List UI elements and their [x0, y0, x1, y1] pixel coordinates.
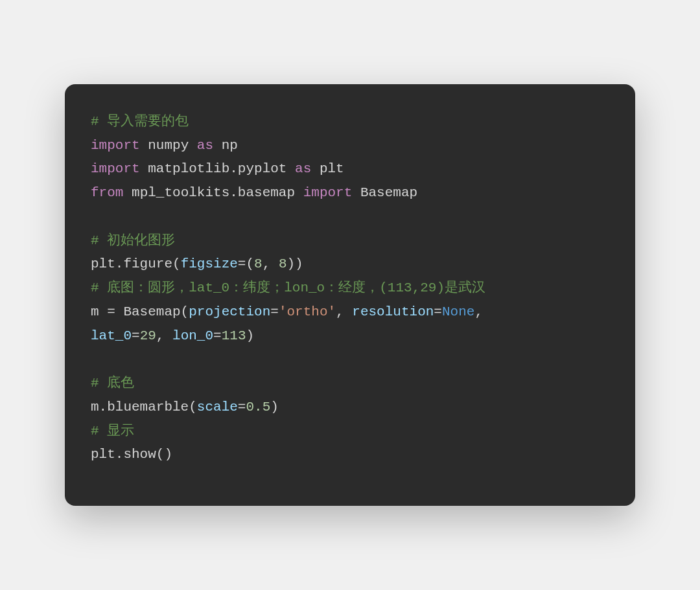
code-token: matplotlib.pyplot [140, 161, 295, 176]
code-token: figsize [181, 256, 238, 271]
code-token: = [434, 304, 442, 319]
code-token: )) [287, 256, 303, 271]
code-token: plt [311, 161, 344, 176]
code-line: import numpy as np [91, 134, 609, 158]
code-token: # 底图：圆形，lat_0：纬度；lon_o：经度，(113,29)是武汉 [91, 280, 485, 295]
code-token: from [91, 185, 123, 200]
code-line: # 初始化图形 [91, 229, 609, 253]
code-token: 29 [140, 328, 156, 343]
code-token: mpl_toolkits.basemap [123, 185, 303, 200]
code-line [91, 205, 609, 229]
code-token: =( [238, 256, 254, 271]
code-token: plt.show() [91, 447, 172, 462]
code-token: 113 [222, 328, 246, 343]
code-token: = [238, 400, 246, 414]
code-token: import [91, 138, 140, 153]
code-token: , [262, 256, 279, 271]
code-token: lon_0 [172, 328, 213, 343]
code-line: lat_0=29, lon_0=113) [91, 324, 609, 348]
code-line: # 底图：圆形，lat_0：纬度；lon_o：经度，(113,29)是武汉 [91, 277, 609, 301]
code-token: 8 [279, 256, 287, 271]
code-token: = [270, 304, 279, 319]
code-line: plt.show() [91, 443, 609, 467]
code-token: scale [197, 400, 238, 414]
code-token: plt.figure( [91, 256, 181, 271]
code-line: import matplotlib.pyplot as plt [91, 157, 609, 181]
code-line: m = Basemap(projection='ortho', resoluti… [91, 301, 609, 324]
code-token: , [156, 328, 172, 343]
code-token: 0.5 [246, 400, 270, 414]
code-line: m.bluemarble(scale=0.5) [91, 396, 609, 420]
code-card: # 导入需要的包import numpy as npimport matplot… [65, 84, 635, 506]
code-token: import [303, 185, 353, 200]
code-token: # 导入需要的包 [91, 114, 189, 129]
code-token: , [474, 304, 491, 319]
code-token: as [295, 161, 311, 176]
code-line: plt.figure(figsize=(8, 8)) [91, 253, 609, 277]
code-token: # 初始化图形 [91, 233, 175, 248]
code-token: projection [189, 304, 270, 319]
code-block: # 导入需要的包import numpy as npimport matplot… [91, 110, 609, 467]
code-line: # 显示 [91, 420, 609, 444]
code-token: = [132, 328, 140, 343]
code-token: # 显示 [91, 424, 134, 438]
code-token: 'ortho' [279, 304, 336, 319]
code-token: ) [246, 328, 255, 343]
code-token: , [336, 304, 352, 319]
code-token: = [213, 328, 222, 343]
code-token: ) [270, 400, 279, 414]
code-token: import [91, 161, 140, 176]
code-token: None [442, 304, 474, 319]
code-token: numpy [140, 138, 197, 153]
code-line: # 底色 [91, 372, 609, 396]
code-token: Basemap [352, 185, 417, 200]
code-token: # 底色 [91, 376, 134, 391]
code-token: m.bluemarble( [91, 400, 197, 414]
code-token: lat_0 [91, 328, 132, 343]
code-token: as [197, 138, 213, 153]
code-token: m = Basemap( [91, 304, 189, 319]
code-token: np [213, 138, 238, 153]
code-token: resolution [352, 304, 434, 319]
code-token: 8 [254, 256, 262, 271]
code-line: from mpl_toolkits.basemap import Basemap [91, 181, 609, 205]
code-line: # 导入需要的包 [91, 110, 609, 134]
code-line [91, 348, 609, 372]
